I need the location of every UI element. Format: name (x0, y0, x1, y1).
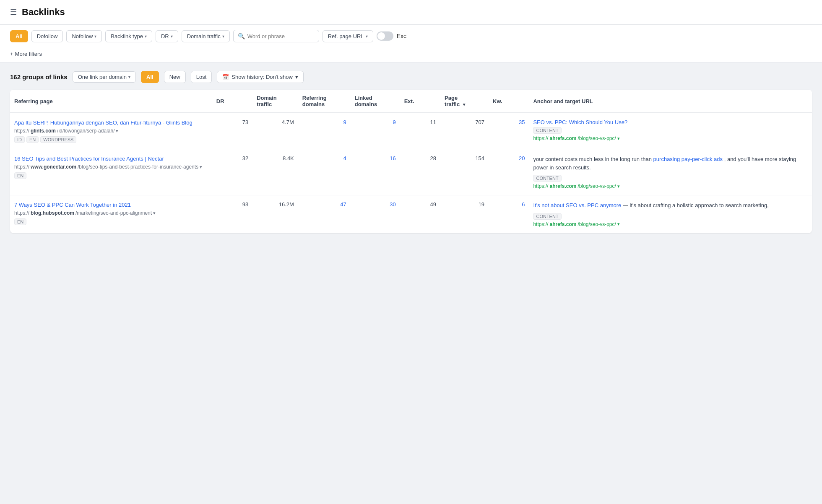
tag-en: EN (26, 136, 39, 143)
col-page-traffic[interactable]: Pagetraffic ▼ (440, 90, 489, 113)
col-kw: Kw. (489, 90, 529, 113)
table-row: Apa Itu SERP, Hubungannya dengan SEO, da… (10, 113, 812, 149)
linked-domains-cell-1: 9 (351, 113, 400, 149)
top-header: ☰ Backlinks (0, 0, 822, 25)
page-traffic-cell-1: 707 (440, 113, 489, 149)
groups-count-label: 162 groups of links (10, 73, 68, 81)
content-badge-1: CONTENT (533, 127, 561, 134)
tag-en-3: EN (14, 218, 26, 225)
anchor-inline-link-2[interactable]: purchasing pay-per-click ads (653, 156, 723, 162)
ref-page-url-3: https://blog.hubspot.com/marketing/seo-a… (14, 210, 208, 216)
show-history-chevron-icon: ▾ (295, 74, 298, 80)
anchor-url-chevron-icon-1[interactable]: ▾ (617, 136, 620, 141)
ref-page-url-filter-button[interactable]: Ref. page URL ▾ (323, 30, 373, 42)
kw-cell-2: 20 (489, 149, 529, 195)
dr-filter-button[interactable]: DR ▾ (156, 30, 178, 42)
page-traffic-cell-2: 154 (440, 149, 489, 195)
anchor-url-1: https://ahrefs.com/blog/seo-vs-ppc/ ▾ (533, 135, 808, 141)
anchor-snippet-3: It's not about SEO vs. PPC anymore — it'… (533, 201, 808, 210)
plus-icon: + (10, 51, 13, 57)
ext-cell-1: 11 (400, 113, 440, 149)
linked-domains-link-2[interactable]: 16 (390, 155, 395, 161)
linked-domains-link-3[interactable]: 30 (390, 201, 395, 208)
one-link-per-domain-button[interactable]: One link per domain ▾ (73, 71, 136, 83)
anchor-title-link-3[interactable]: It's not about SEO vs. PPC anymore (533, 202, 621, 208)
exclude-toggle[interactable] (377, 31, 393, 41)
main-content: 162 groups of links One link per domain … (0, 62, 822, 242)
col-linked-domains: Linkeddomains (351, 90, 400, 113)
anchor-cell-1: SEO vs. PPC: Which Should You Use? CONTE… (529, 113, 812, 149)
kw-link-2[interactable]: 20 (519, 155, 525, 161)
anchor-url-chevron-icon-3[interactable]: ▾ (617, 221, 620, 227)
search-icon: 🔍 (238, 33, 245, 39)
linked-domains-cell-2: 16 (351, 149, 400, 195)
tags-row-3: EN (14, 218, 208, 225)
url-chevron-icon-3[interactable]: ▾ (153, 210, 156, 216)
referring-domains-link-3[interactable]: 47 (340, 201, 346, 208)
linked-domains-link-1[interactable]: 9 (393, 119, 395, 125)
tab-new-button[interactable]: New (164, 71, 186, 83)
kw-link-1[interactable]: 35 (519, 119, 525, 125)
kw-cell-3: 6 (489, 195, 529, 233)
dr-chevron-icon: ▾ (171, 34, 173, 39)
ref-page-link-2[interactable]: 16 SEO Tips and Best Practices for Insur… (14, 155, 208, 163)
content-badge-3: CONTENT (533, 213, 561, 220)
col-referring-page: Referring page (10, 90, 212, 113)
dr-cell-1: 73 (212, 113, 252, 149)
filter-dofollow-button[interactable]: Dofollow (31, 30, 63, 42)
col-anchor-target: Anchor and target URL (529, 90, 812, 113)
more-filters-button[interactable]: + More filters (10, 51, 42, 57)
exc-label: Exc (397, 33, 406, 39)
calendar-icon: 📅 (222, 74, 229, 80)
content-badge-2: CONTENT (533, 175, 561, 182)
anchor-cell-3: It's not about SEO vs. PPC anymore — it'… (529, 195, 812, 233)
filter-nofollow-button[interactable]: Nofollow ▾ (66, 30, 102, 42)
referring-domains-link-1[interactable]: 9 (343, 119, 346, 125)
dr-cell-2: 32 (212, 149, 252, 195)
url-chevron-icon-2[interactable]: ▾ (200, 164, 202, 170)
kw-cell-1: 35 (489, 113, 529, 149)
anchor-url-chevron-icon-2[interactable]: ▾ (617, 184, 620, 189)
tags-row-2: EN (14, 172, 208, 179)
ref-page-cell-3: 7 Ways SEO & PPC Can Work Together in 20… (10, 195, 212, 233)
ref-page-link-3[interactable]: 7 Ways SEO & PPC Can Work Together in 20… (14, 201, 208, 209)
page-traffic-sort-icon: ▼ (462, 102, 466, 107)
ext-cell-3: 49 (400, 195, 440, 233)
filters-bar: All Dofollow Nofollow ▾ Backlink type ▾ … (0, 25, 822, 62)
word-phrase-search: 🔍 (233, 30, 319, 42)
ref-page-url-1: https://glints.com/id/lowongan/serp-adal… (14, 128, 208, 134)
tag-id: ID (14, 136, 25, 143)
word-phrase-input[interactable] (247, 33, 315, 39)
referring-domains-cell-1: 9 (298, 113, 351, 149)
filters-row: All Dofollow Nofollow ▾ Backlink type ▾ … (10, 30, 812, 47)
page-traffic-cell-3: 19 (440, 195, 489, 233)
col-referring-domains: Referringdomains (298, 90, 351, 113)
tag-wordpress: WORDPRESS (40, 136, 76, 143)
show-history-button[interactable]: 📅 Show history: Don't show ▾ (217, 71, 304, 83)
table-toolbar: 162 groups of links One link per domain … (10, 71, 812, 83)
kw-link-3[interactable]: 6 (522, 201, 525, 208)
tab-all-button[interactable]: All (141, 71, 159, 83)
anchor-title-link-1[interactable]: SEO vs. PPC: Which Should You Use? (533, 119, 627, 125)
tab-lost-button[interactable]: Lost (191, 71, 212, 83)
ref-page-url-2: https://www.gonectar.com/blog/seo-tips-a… (14, 164, 208, 170)
anchor-url-2: https://ahrefs.com/blog/seo-vs-ppc/ ▾ (533, 183, 808, 189)
ext-cell-2: 28 (400, 149, 440, 195)
one-link-chevron-icon: ▾ (128, 75, 130, 79)
anchor-cell-2: your content costs much less in the long… (529, 149, 812, 195)
domain-traffic-cell-1: 4.7M (252, 113, 298, 149)
ref-page-cell-1: Apa Itu SERP, Hubungannya dengan SEO, da… (10, 113, 212, 149)
referring-domains-link-2[interactable]: 4 (343, 155, 346, 161)
url-chevron-icon-1[interactable]: ▾ (116, 128, 118, 134)
backlink-type-filter-button[interactable]: Backlink type ▾ (105, 30, 152, 42)
hamburger-icon[interactable]: ☰ (10, 8, 17, 17)
domain-traffic-filter-button[interactable]: Domain traffic ▾ (182, 30, 230, 42)
referring-domains-cell-3: 47 (298, 195, 351, 233)
more-filters-row: + More filters (10, 47, 812, 62)
domain-traffic-chevron-icon: ▾ (222, 34, 224, 39)
linked-domains-cell-3: 30 (351, 195, 400, 233)
referring-domains-cell-2: 4 (298, 149, 351, 195)
filter-all-button[interactable]: All (10, 30, 28, 42)
ref-page-link-1[interactable]: Apa Itu SERP, Hubungannya dengan SEO, da… (14, 119, 208, 127)
link-group-filter: One link per domain ▾ (73, 71, 136, 83)
